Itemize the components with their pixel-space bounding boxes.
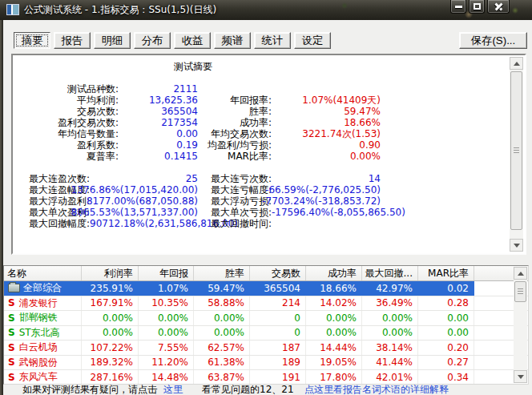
app-window: 公式测试系统 - 1.指标交易：SSu(1,5)(日线) 摘要报告明细分布收益频…: [0, 0, 532, 395]
tab-报告[interactable]: 报告: [54, 32, 91, 49]
summary-value: 3221.74次(1.53): [272, 127, 381, 141]
window-title: 公式测试系统 - 1.指标交易：SSu(1,5)(日线): [24, 0, 216, 20]
tab-摘要[interactable]: 摘要: [14, 32, 50, 49]
scrollbar-thumb[interactable]: [510, 71, 522, 230]
tab-明细[interactable]: 明细: [94, 32, 131, 49]
stock-flag: S: [8, 312, 15, 324]
summary-label: 最大回撤时间:: [198, 217, 272, 231]
summary-value: 0.90: [272, 139, 381, 151]
table-row-ST东北高[interactable]: SST东北高0.00%0.00%0.00%00.00%0.00%0.00: [4, 326, 528, 341]
summary-value: 13,625.36: [119, 95, 198, 106]
scroll-down-button[interactable]: [510, 239, 523, 252]
summary-label: 最大回撤幅度:: [13, 217, 90, 231]
cell-最大回撤...: 42.97%: [362, 281, 418, 296]
column-header-3[interactable]: 年回报: [139, 266, 194, 280]
arrow-down-icon: [514, 244, 520, 251]
stock-name: 武钢股份: [19, 356, 58, 369]
cell-交易数: 214: [250, 296, 306, 311]
scroll-up-button[interactable]: [514, 267, 527, 280]
cell-MAR比率: 0.34: [418, 370, 474, 385]
close-icon: [494, 2, 503, 11]
scroll-up-button[interactable]: [510, 57, 523, 70]
cell-成功率: 18.66%: [306, 281, 362, 296]
name-cell: 全部综合: [4, 281, 82, 296]
tab-统计[interactable]: 统计: [254, 32, 291, 49]
status-text: 如果对评测结果有疑问，请点击: [22, 385, 157, 395]
table-row-白云机场[interactable]: S白云机场107.22%7.55%62.57%18714.44%38.14%0.…: [4, 341, 528, 356]
minimize-icon: [455, 6, 462, 8]
tab-频谱[interactable]: 频谱: [214, 32, 251, 49]
cell-MAR比率: 0.28: [418, 296, 474, 311]
summary-value: -66.59%(-2,776,025.50): [272, 184, 381, 195]
maximize-button[interactable]: [469, 0, 485, 14]
column-header-4[interactable]: 胜率: [194, 266, 250, 280]
cell-成功率: 0.00%: [306, 311, 362, 325]
summary-scrollbar[interactable]: [510, 57, 523, 252]
name-cell: S武钢股份: [4, 356, 82, 370]
name-cell: S邯郸钢铁: [4, 311, 82, 325]
table-header: 名称利润率年回报胜率交易数成功率最大回撤...MAR比率: [4, 266, 528, 281]
cell-年回报: 11.20%: [139, 356, 194, 370]
column-header-6[interactable]: 成功率: [306, 266, 362, 280]
table-row-浦发银行[interactable]: S浦发银行167.91%10.35%58.88%21414.02%36.49%0…: [4, 296, 528, 312]
tab-设定[interactable]: 设定: [294, 32, 331, 49]
name-cell: S白云机场: [4, 341, 82, 355]
cell-年回报: 10.35%: [139, 296, 194, 311]
cell-利润率: 0.00%: [82, 326, 139, 341]
stock-flag: S: [8, 372, 15, 383]
scrollbar-thumb[interactable]: [514, 281, 526, 302]
results-table: 名称利润率年回报胜率交易数成功率最大回撤...MAR比率 全部综合235.91%…: [3, 265, 529, 385]
column-header-8[interactable]: MAR比率: [418, 266, 474, 280]
column-header-1[interactable]: 名称: [4, 266, 82, 280]
table-body: 全部综合235.91%1.07%59.47%36550418.66%42.97%…: [4, 281, 528, 385]
cell-交易数: 187: [250, 341, 306, 355]
column-header-7[interactable]: 最大回撤...: [362, 266, 418, 280]
cell-最大回撤...: 0.00%: [362, 326, 418, 341]
scroll-down-button[interactable]: [514, 370, 527, 383]
table-row-全部综合[interactable]: 全部综合235.91%1.07%59.47%36550418.66%42.97%…: [4, 281, 528, 296]
cell-利润率: 235.91%: [82, 281, 139, 296]
stock-name: 东风汽车: [19, 370, 58, 384]
cell-成功率: 14.44%: [306, 341, 362, 355]
column-header-5[interactable]: 交易数: [250, 266, 306, 280]
tab-收益[interactable]: 收益: [174, 32, 211, 49]
summary-value: 0.00: [119, 128, 198, 139]
title-bar[interactable]: 公式测试系统 - 1.指标交易：SSu(1,5)(日线): [0, 0, 532, 20]
tab-分布[interactable]: 分布: [134, 32, 171, 49]
table-row-武钢股份[interactable]: S武钢股份189.32%11.20%61.38%18919.05%41.44%0…: [4, 356, 528, 371]
save-button[interactable]: 保存(S)...: [459, 32, 527, 49]
summary-label: MAR比率:: [198, 150, 272, 163]
table-scrollbar[interactable]: [514, 267, 527, 383]
summary-value: 2111: [119, 83, 198, 95]
close-button[interactable]: [487, 0, 510, 14]
name-cell: SST东北高: [4, 326, 82, 341]
cell-利润率: 189.32%: [82, 356, 139, 370]
cell-成功率: 19.05%: [306, 356, 362, 370]
window-controls: [450, 0, 510, 14]
cell-胜率: 0.00%: [194, 311, 250, 325]
table-row-邯郸钢铁[interactable]: S邯郸钢铁0.00%0.00%0.00%00.00%0.00%0.00: [4, 311, 528, 326]
column-header-2[interactable]: 利润率: [82, 266, 139, 280]
glossary-link[interactable]: 点这里看报告名词术语的详细解释: [304, 385, 449, 395]
name-cell: S浦发银行: [4, 296, 82, 311]
cell-胜率: 0.00%: [194, 326, 250, 341]
summary-value: 0.1415: [119, 151, 198, 162]
table-row-东风汽车[interactable]: S东风汽车287.16%14.48%63.87%19117.80%42.01%0…: [4, 370, 528, 385]
cell-胜率: 58.88%: [194, 296, 250, 311]
stock-name: 全部综合: [23, 281, 62, 295]
minimize-button[interactable]: [450, 0, 466, 14]
cell-MAR比率: 0.02: [418, 281, 474, 296]
summary-title: 测试摘要: [13, 60, 373, 74]
summary-rows: 测试品种数:2111平均利润:13,625.36年回报率:1.07%(41409…: [13, 83, 525, 229]
summary-row: 夏普率:0.1415MAR比率:0.00%: [13, 151, 525, 162]
summary-label: 夏普率:: [13, 150, 119, 163]
summary-value: 25: [90, 173, 198, 184]
faq-here-link[interactable]: 这里: [163, 385, 183, 395]
cell-MAR比率: 0.20: [418, 341, 474, 355]
cell-年回报: 7.55%: [139, 341, 194, 355]
cell-利润率: 167.91%: [82, 296, 139, 311]
summary-value: -17596.40%(-8,055,865.50): [272, 207, 381, 218]
app-icon: [6, 4, 19, 15]
cell-利润率: 107.22%: [82, 341, 139, 355]
stock-name: 白云机场: [19, 341, 58, 354]
